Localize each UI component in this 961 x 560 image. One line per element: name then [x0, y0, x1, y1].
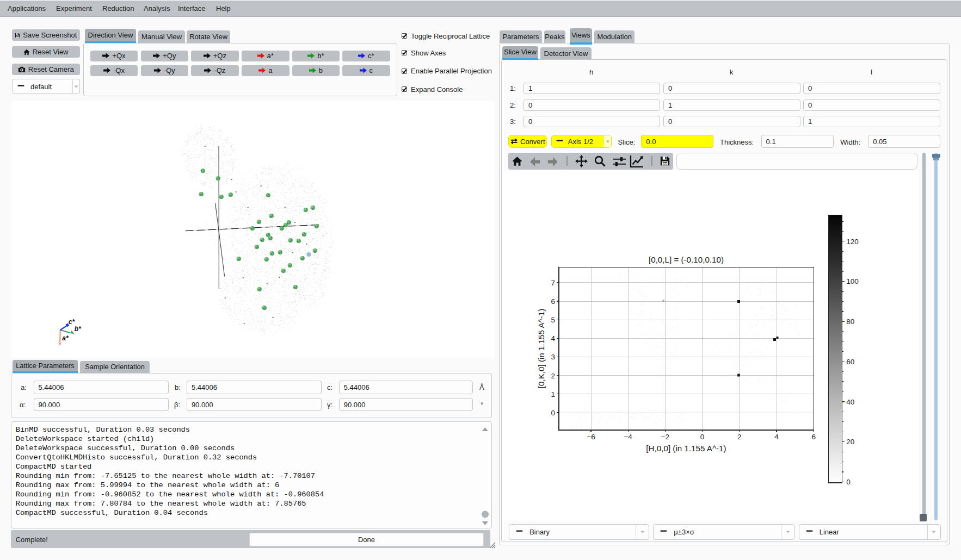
svg-text:40: 40	[846, 398, 854, 406]
svg-text:0: 0	[700, 433, 705, 441]
svg-text:7: 7	[551, 279, 555, 287]
svg-text:6: 6	[551, 297, 555, 306]
svg-text:[H,0,0] (in 1.155 A^-1): [H,0,0] (in 1.155 A^-1)	[646, 444, 726, 453]
svg-text:5: 5	[551, 316, 555, 324]
svg-text:60: 60	[846, 358, 854, 366]
svg-text:4: 4	[774, 433, 779, 441]
svg-text:[0,0,L] = (-0.10,0.10): [0,0,L] = (-0.10,0.10)	[649, 255, 724, 264]
svg-text:2: 2	[551, 372, 555, 380]
svg-text:−6: −6	[587, 433, 595, 441]
svg-text:−2: −2	[661, 433, 669, 441]
svg-text:−4: −4	[624, 433, 632, 441]
svg-text:c*: c*	[68, 318, 75, 326]
svg-text:100: 100	[846, 277, 859, 285]
svg-text:[0,K,0] (in 1.155 A^-1): [0,K,0] (in 1.155 A^-1)	[537, 309, 546, 388]
svg-text:b*: b*	[74, 325, 81, 333]
svg-text:2: 2	[737, 433, 742, 441]
svg-text:0: 0	[846, 478, 851, 486]
svg-text:4: 4	[551, 334, 555, 343]
svg-text:a*: a*	[62, 334, 69, 342]
svg-text:80: 80	[846, 318, 854, 326]
svg-text:0: 0	[551, 409, 555, 417]
svg-text:20: 20	[846, 438, 854, 446]
svg-text:120: 120	[846, 238, 859, 246]
svg-text:3: 3	[551, 353, 555, 361]
svg-text:6: 6	[811, 433, 816, 441]
svg-text:1: 1	[551, 390, 555, 399]
